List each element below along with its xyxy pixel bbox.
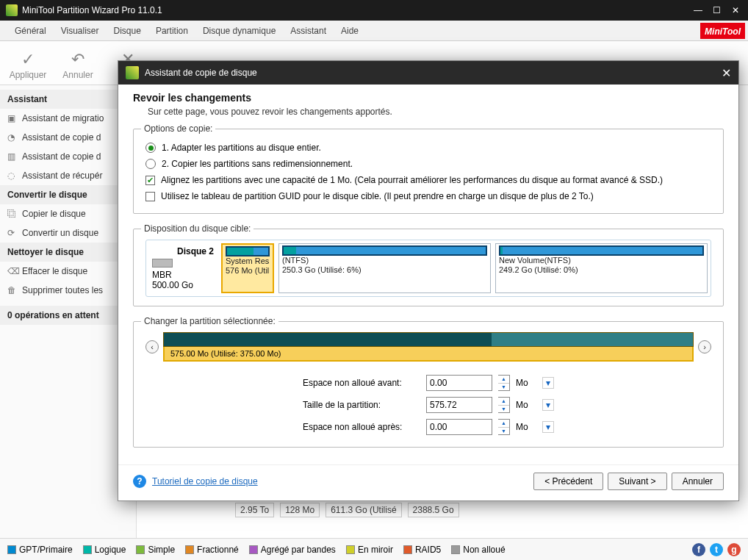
- partition-ntfs-1[interactable]: (NTFS) 250.3 Go (Utilisé: 6%): [278, 243, 491, 293]
- close-button[interactable]: ✕: [732, 5, 742, 15]
- partition-size: 576 Mo (Util: [226, 266, 270, 276]
- input-unalloc-after[interactable]: [426, 419, 492, 435]
- option-fit-whole-disk[interactable]: 1. Adapter les partitions au disque enti…: [145, 140, 711, 156]
- guid-label: Utilisez le tableau de partition GUID po…: [161, 191, 594, 201]
- app-logo-icon: [6, 4, 18, 16]
- facebook-icon[interactable]: f: [692, 543, 705, 556]
- pending-operations: 0 opérations en attent: [0, 306, 136, 325]
- dialog-logo-icon: [126, 66, 139, 79]
- radio-icon: [145, 143, 156, 153]
- menu-bar: Général Visualiser Disque Partition Disq…: [0, 21, 748, 41]
- sidebar-cat-assistant: Assistant: [0, 90, 136, 109]
- unit-dropdown[interactable]: ▾: [542, 399, 554, 411]
- unit-label: Mo: [516, 378, 536, 388]
- partition-slider[interactable]: 575.00 Mo (Utilisé: 375.00 Mo): [163, 332, 694, 362]
- spinner-size[interactable]: ▲▼: [498, 397, 510, 413]
- previous-button[interactable]: < Précédent: [533, 473, 603, 490]
- twitter-icon[interactable]: t: [710, 543, 723, 556]
- shift-right-button[interactable]: ›: [698, 340, 711, 353]
- menu-partition[interactable]: Partition: [148, 23, 195, 39]
- unit-dropdown[interactable]: ▾: [542, 377, 554, 389]
- help-icon[interactable]: ?: [133, 475, 146, 488]
- copy-options-group: Options de copie: 1. Adapter les partiti…: [133, 129, 724, 214]
- legend-bande: Agrégé par bandes: [249, 545, 336, 555]
- radio-icon: [145, 159, 156, 169]
- sidebar-item-delete-all[interactable]: 🗑Supprimer toutes les: [0, 281, 136, 300]
- align-label: Alignez les partitions avec une capacité…: [161, 175, 663, 185]
- sidebar-item-convert[interactable]: ⟳Convertir un disque: [0, 223, 136, 243]
- sidebar-item-migration[interactable]: ▣Assistant de migratio: [0, 109, 136, 128]
- minimize-button[interactable]: —: [694, 5, 704, 15]
- undo-label: Annuler: [62, 70, 93, 80]
- option1-label: 1. Adapter les partitions au disque enti…: [162, 143, 321, 153]
- disk-type: MBR: [152, 270, 214, 280]
- main-title-bar: MiniTool Partition Wizard Pro 11.0.1 — ☐…: [0, 0, 748, 21]
- copy-options-legend: Options de copie:: [141, 123, 215, 134]
- apply-label: Appliquer: [10, 70, 47, 80]
- menu-disque[interactable]: Disque: [107, 23, 148, 39]
- copy-disk-wizard-dialog: Assistant de copie de disque ✕ Revoir le…: [118, 60, 739, 501]
- partition-size: 250.3 Go (Utilisé: 6%): [282, 265, 487, 275]
- menu-aide[interactable]: Aide: [334, 23, 366, 39]
- unit-label: Mo: [516, 400, 536, 410]
- partition-new-volume[interactable]: New Volume(NTFS) 249.2 Go (Utilisé: 0%): [495, 243, 708, 293]
- disk-info: Disque 2 MBR 500.00 Go: [149, 243, 217, 293]
- target-disk-layout-group: Disposition du disque cible: Disque 2 MB…: [133, 229, 724, 306]
- sidebar-item-copy-partition[interactable]: ▥Assistant de copie d: [0, 147, 136, 166]
- row-unalloc-before: Espace non alloué avant: ▲▼ Mo ▾: [145, 372, 711, 394]
- dialog-close-button[interactable]: ✕: [722, 66, 731, 80]
- option-no-resize[interactable]: 2. Copier les partitions sans redimensio…: [145, 156, 711, 172]
- dialog-title-bar: Assistant de copie de disque ✕: [118, 61, 738, 85]
- spinner-after[interactable]: ▲▼: [498, 419, 510, 435]
- spinner-before[interactable]: ▲▼: [498, 375, 510, 391]
- unit-dropdown[interactable]: ▾: [542, 421, 554, 433]
- undo-button[interactable]: ↶ Annuler: [57, 46, 98, 80]
- legend-raid: RAID5: [403, 545, 441, 555]
- cancel-button[interactable]: Annuler: [672, 473, 724, 490]
- menu-general[interactable]: Général: [7, 23, 54, 39]
- check-icon: ✓: [21, 49, 35, 70]
- label-unalloc-after: Espace non alloué après:: [303, 422, 420, 432]
- gplus-icon[interactable]: g: [727, 543, 741, 556]
- sidebar-item-wipe[interactable]: ⌫Effacer le disque: [0, 262, 136, 281]
- bg-cell: 2388.5 Go: [408, 503, 459, 517]
- unit-label: Mo: [516, 422, 536, 432]
- menu-visualiser[interactable]: Visualiser: [54, 23, 107, 39]
- sidebar-cat-convert: Convertir le disque: [0, 185, 136, 204]
- menu-disque-dynamique[interactable]: Disque dynamique: [195, 23, 283, 39]
- eraser-icon: ⌫: [7, 266, 20, 276]
- convert-icon: ⟳: [7, 228, 15, 238]
- sidebar-item-copy[interactable]: ⿻Copier le disque: [0, 204, 136, 223]
- tutorial-link[interactable]: Tutoriel de copie de disque: [152, 476, 258, 487]
- legend-logique: Logique: [83, 545, 126, 555]
- wizard-icon: ▣: [7, 113, 15, 123]
- change-selected-partition-group: Changer la partition sélectionnée: ‹ 575…: [133, 321, 724, 448]
- partition-copy-icon: ▥: [7, 151, 15, 162]
- input-unalloc-before[interactable]: [426, 375, 492, 391]
- dialog-footer: ? Tutoriel de copie de disque < Précéden…: [118, 464, 738, 500]
- shift-left-button[interactable]: ‹: [145, 340, 159, 353]
- menu-assistant[interactable]: Assistant: [283, 23, 334, 39]
- disk-name: Disque 2: [152, 246, 214, 256]
- sidebar-item-recovery[interactable]: ◌Assistant de récupér: [0, 166, 136, 185]
- sidebar-item-copy-disk[interactable]: ◔Assistant de copie d: [0, 128, 136, 147]
- sidebar: Assistant ▣Assistant de migratio ◔Assist…: [0, 85, 137, 560]
- align-1mb-checkbox[interactable]: ✔ Alignez les partitions avec une capaci…: [145, 172, 711, 188]
- apply-button[interactable]: ✓ Appliquer: [7, 46, 48, 80]
- dialog-title: Assistant de copie de disque: [145, 68, 722, 78]
- input-partition-size[interactable]: [426, 397, 492, 413]
- maximize-button[interactable]: ☐: [713, 5, 723, 15]
- trash-icon: 🗑: [7, 285, 16, 295]
- row-unalloc-after: Espace non alloué après: ▲▼ Mo ▾: [145, 416, 711, 438]
- partition-system-reserved[interactable]: System Res 576 Mo (Util: [221, 243, 274, 293]
- partition-name: (NTFS): [282, 256, 487, 265]
- bg-disk-row: 2.95 To 128 Mo 611.3 Go (Utilisé 2388.5 …: [235, 503, 459, 517]
- change-legend: Changer la partition sélectionnée:: [141, 316, 278, 326]
- partition-name: System Res: [226, 256, 270, 266]
- bg-cell: 2.95 To: [235, 503, 274, 517]
- partition-bar: [226, 246, 270, 256]
- guid-checkbox[interactable]: Utilisez le tableau de partition GUID po…: [145, 188, 711, 204]
- next-button[interactable]: Suivant >: [608, 473, 666, 490]
- disk-icon: [152, 259, 173, 268]
- legend-gpt: GPT/Primaire: [7, 545, 73, 555]
